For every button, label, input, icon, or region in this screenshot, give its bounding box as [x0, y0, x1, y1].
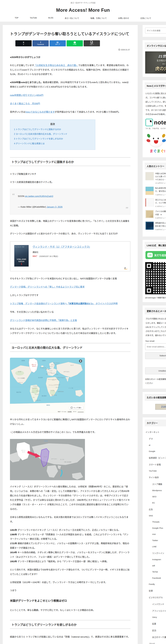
voicy-link[interactable]: Voicyでおなじものが聞けます	[25, 111, 55, 113]
category-link[interactable]: Voicy	[152, 616, 157, 618]
book-title-link[interactable]: ヴィンランド・サガ（1）（アフタヌーンコミックス)	[33, 246, 90, 248]
news-link-whitehouse[interactable]: トランプ政権 デンマーク自治領のグリーンランド領有へ「米軍活用は選択肢の1つ」 …	[10, 302, 118, 305]
category-item[interactable]: ai 80	[145, 442, 166, 448]
category-link[interactable]: インターネット	[145, 430, 159, 434]
popular-entry[interactable]: 私も自宅を売却して本当に助かった、家を売るという選択 7.3k件のビュー | 6…	[145, 187, 166, 196]
category-item[interactable]: will 12	[145, 562, 166, 569]
category-item[interactable]: アフィリエイト 1	[145, 608, 166, 614]
category-item[interactable]: Instagram 51	[145, 556, 166, 562]
category-link[interactable]: 起業	[152, 622, 156, 625]
popular-entry[interactable]: 永江さんには関係ないんですけど、という例の長文について 5.7k件のビュー | …	[145, 198, 166, 207]
category-item[interactable]: 犯罪 86	[145, 587, 166, 594]
toc-item[interactable]: 4 グリーンランドに眠る資源とは	[14, 141, 91, 146]
subscribe-button[interactable]: Subscribe	[145, 352, 166, 359]
category-link[interactable]: スマート家電	[149, 463, 161, 466]
category-link[interactable]: インバウンド	[152, 603, 164, 606]
category-link[interactable]: デマ	[149, 437, 153, 440]
category-link[interactable]: 犯罪	[149, 589, 153, 592]
line-add-friend-button[interactable]: LINE 友だち追加	[145, 251, 166, 259]
nav-item[interactable]: YouTube	[30, 17, 37, 19]
category-item[interactable]: mixi 44	[145, 531, 166, 537]
share-hatena-button[interactable]: B! はてブ	[49, 40, 66, 46]
nav-item[interactable]: 転載、引用について	[91, 17, 107, 19]
category-link[interactable]: Wordpress	[152, 489, 162, 492]
nav-item[interactable]: お問い合わせ	[118, 17, 129, 19]
category-link[interactable]: Google	[149, 450, 155, 452]
category-item[interactable]: TikTok 2	[145, 569, 166, 575]
category-link[interactable]: EC	[152, 502, 155, 504]
category-link[interactable]: リンクトイン	[152, 552, 164, 554]
category-item[interactable]: 永江のマーケ講座 87	[145, 634, 166, 640]
news-link-greenland-pm[interactable]: グリーンランド首相が米代表団の訪問に不快感、「挑発行為」と主張	[10, 319, 77, 322]
popular-entry[interactable]: 参院選が近い。そろそろ各党の公約を見て考えよう 4.8k件のビュー | 5月 2	[145, 222, 166, 230]
category-item[interactable]: SEO 42	[145, 494, 166, 500]
share-facebook-button[interactable]: f Facebook	[32, 40, 49, 46]
nav-item[interactable]: TOP	[15, 17, 19, 19]
toc-item[interactable]: 1 トランプはどうしてグリーランドに固執するのか	[14, 127, 91, 132]
category-item[interactable]: ビジネスモデル 504	[145, 594, 166, 601]
share-x-button[interactable]: X X	[15, 40, 32, 46]
popular-entry[interactable]: アメリカの関税と日本の税金とかの話 w 5.3k件のビュー | 7月 2	[145, 210, 166, 219]
toc-item[interactable]: 3 トランプはどうしてグリーンランドを欲しがるのか	[14, 136, 91, 141]
category-item[interactable]: Facebook 124	[145, 575, 166, 581]
category-link[interactable]: SNS	[149, 514, 153, 517]
search-input[interactable]	[145, 28, 166, 34]
nav-item[interactable]: 広告について	[140, 17, 151, 19]
category-item[interactable]: 広告 39	[145, 506, 166, 512]
map-terms-link[interactable]: 利用規約	[68, 411, 72, 412]
popular-entry[interactable]: 中国人は日本の土地や不動産をどんどん買っていると聞いたので調べてみたら・・・ワロ…	[145, 172, 166, 184]
share-copy-button[interactable]: コピー	[84, 40, 100, 46]
category-link[interactable]: LINE	[152, 546, 156, 548]
category-item[interactable]: スマート家電 32	[145, 461, 166, 468]
news-link-denmark-pm[interactable]: デンマーク首相、グリーンランドへの「脅し」やめるようトランプ氏に要求	[10, 286, 85, 288]
category-link[interactable]: サイト制作	[149, 476, 159, 479]
category-item[interactable]: リンクトイン 17	[145, 550, 166, 556]
site-title[interactable]: More Access! More Fun	[0, 8, 166, 13]
category-link[interactable]: Google Plus	[152, 527, 163, 529]
category-link[interactable]: 仮想通貨（ビットコイン）	[149, 456, 166, 459]
category-link[interactable]: Threads	[152, 521, 159, 523]
category-link[interactable]: 広告	[149, 508, 153, 511]
category-item[interactable]: SNS 43	[145, 512, 166, 519]
category-link[interactable]: Twitter	[152, 539, 158, 542]
category-item[interactable]: YouTube 12	[145, 468, 166, 474]
magumagu-mascot[interactable]	[149, 133, 163, 147]
category-link[interactable]: will	[152, 564, 155, 567]
category-link[interactable]: Facebook	[152, 577, 161, 579]
category-link[interactable]: SEO	[152, 496, 156, 498]
category-item[interactable]: ストア構築 16	[145, 481, 166, 488]
category-link[interactable]: 民泊	[152, 629, 156, 632]
category-link[interactable]: ブログ	[149, 642, 155, 644]
category-link[interactable]: YouTube	[149, 470, 157, 472]
category-item[interactable]: 民泊 29	[145, 627, 166, 634]
category-item[interactable]: Voicy 22	[145, 614, 166, 620]
category-item[interactable]: ブログ 426	[145, 640, 166, 644]
category-link[interactable]: アフィリエイト	[152, 609, 166, 612]
category-item[interactable]: Wordpress 51	[145, 488, 166, 494]
share-line-button[interactable]: LINE	[67, 40, 83, 46]
category-item[interactable]: EC 92	[145, 500, 166, 506]
unsubscribe-button[interactable]: Unsubscribe	[145, 367, 166, 374]
email-field[interactable]	[145, 344, 166, 350]
category-item[interactable]: デマ 10	[145, 435, 166, 442]
category-item[interactable]: LINE 47	[145, 544, 166, 550]
category-link[interactable]: Feedly	[149, 583, 155, 586]
category-item[interactable]: 仮想通貨（ビットコイン） 1	[145, 454, 166, 461]
toc-item[interactable]: 2 ヨーロッパと北米大陸の間の広大な島、グリーンランド	[14, 132, 91, 136]
note-logo[interactable]: note	[145, 119, 166, 126]
category-link[interactable]: mixi	[152, 533, 156, 536]
nav-item[interactable]: 永江一石について	[65, 17, 79, 19]
category-item[interactable]: 起業 198	[145, 620, 166, 627]
category-item[interactable]: インターネット 1,418	[145, 429, 166, 435]
category-item[interactable]: Google Plus 14	[145, 525, 166, 531]
category-link[interactable]: TikTok	[152, 571, 158, 573]
nav-item[interactable]: BLOG	[48, 17, 53, 19]
tweet-date-link[interactable]: January 3, 2026	[47, 206, 62, 208]
category-item[interactable]: インバウンド 56	[145, 601, 166, 608]
category-item[interactable]: サイト制作 89	[145, 474, 166, 481]
category-item[interactable]: Threads 5	[145, 519, 166, 525]
open-in-maps-button[interactable]: マップで開く	[69, 406, 83, 410]
category-item[interactable]: Google 88	[145, 448, 166, 454]
category-link[interactable]: ストア構築	[152, 482, 162, 486]
magmag-link[interactable]: まぐまぐ版はこちら 月330円	[10, 102, 40, 105]
